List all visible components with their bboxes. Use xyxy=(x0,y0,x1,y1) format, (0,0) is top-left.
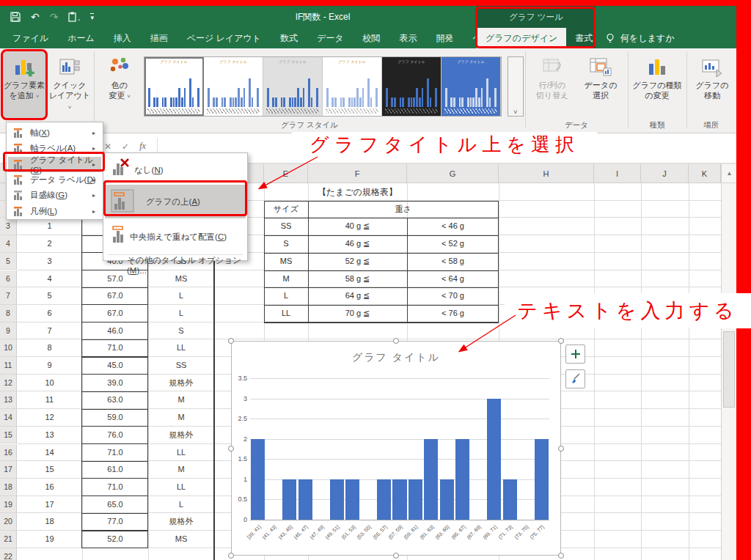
selection-handle[interactable] xyxy=(393,553,399,559)
move-chart-button[interactable]: グラフの 移動 xyxy=(691,51,733,118)
row-header-20[interactable]: 20 xyxy=(0,513,17,531)
menu-item-C[interactable]: グラフ タイトル(C)▸ xyxy=(8,157,101,172)
ribbon-tab[interactable]: ファイル xyxy=(3,28,58,48)
cell-C20[interactable]: 規格外 xyxy=(148,513,214,531)
selection-handle[interactable] xyxy=(393,338,399,344)
cell-C16[interactable]: LL xyxy=(148,444,214,462)
cell-C19[interactable]: L xyxy=(148,496,214,514)
cell-A11[interactable]: 9 xyxy=(17,357,82,375)
row-header-6[interactable]: 6 xyxy=(0,270,17,288)
cell-C9[interactable]: S xyxy=(148,323,214,340)
cell-A20[interactable]: 18 xyxy=(17,513,82,531)
cell-A6[interactable]: 4 xyxy=(17,270,82,288)
menu-item-X[interactable]: 軸(X)▸ xyxy=(8,125,101,141)
vertical-scrollbar[interactable]: ▲ xyxy=(721,164,736,560)
embedded-chart[interactable]: グラフ タイトル 00.511.522.533.5[39, 41](41, 43… xyxy=(231,341,561,556)
insert-function-icon[interactable]: fx xyxy=(139,141,146,152)
chart-style-thumbnail[interactable]: グラフ タイトル xyxy=(144,57,204,116)
row-header-8[interactable]: 8 xyxy=(0,305,17,323)
histogram-bar[interactable] xyxy=(282,479,296,520)
cell-C10[interactable]: LL xyxy=(148,339,214,357)
chart-style-thumbnail[interactable]: グラフ タイトル xyxy=(382,57,442,116)
menu-item-L[interactable]: 凡例(L)▸ xyxy=(8,204,101,219)
add-chart-element-button[interactable]: グラフ要素 を追加 ˅ xyxy=(2,51,46,118)
submenu-item-A[interactable]: グラフの上(A) xyxy=(105,185,246,218)
row-header-4[interactable]: 4 xyxy=(0,235,17,253)
submenu-item-N[interactable]: なし(N) xyxy=(105,157,246,183)
select-data-button[interactable]: データの 選択 xyxy=(578,51,623,118)
cell-A4[interactable]: 2 xyxy=(17,235,82,253)
change-chart-type-button[interactable]: グラフの種類 の変更 xyxy=(632,51,682,118)
cell-C12[interactable]: 規格外 xyxy=(148,375,214,392)
column-header-H[interactable]: H xyxy=(499,164,594,183)
qat-customize-icon[interactable]: ▾ xyxy=(90,13,94,21)
cell-A8[interactable]: 6 xyxy=(17,305,82,323)
cell-C13[interactable]: M xyxy=(148,391,214,409)
scroll-up-icon[interactable]: ▲ xyxy=(722,164,737,183)
cell-A5[interactable]: 3 xyxy=(17,253,82,270)
ribbon-tab[interactable]: 校閲 xyxy=(353,28,390,48)
row-header-22[interactable]: 22 xyxy=(0,548,17,560)
row-header-16[interactable]: 16 xyxy=(0,444,17,462)
column-header-J[interactable]: J xyxy=(641,164,689,183)
enter-icon[interactable]: ✓ xyxy=(122,141,129,152)
chart-styles-button[interactable] xyxy=(565,369,585,388)
histogram-bar[interactable] xyxy=(409,479,422,520)
cell-A7[interactable]: 5 xyxy=(17,287,82,305)
cell-A18[interactable]: 16 xyxy=(17,479,82,496)
selection-handle[interactable] xyxy=(558,446,564,452)
contextual-tab[interactable]: グラフのデザイン xyxy=(477,28,566,48)
histogram-bar[interactable] xyxy=(377,479,391,520)
row-header-21[interactable]: 21 xyxy=(0,531,17,548)
selection-handle[interactable] xyxy=(228,446,234,452)
histogram-bar[interactable] xyxy=(535,439,549,520)
paste-icon[interactable]: ⌄ xyxy=(68,12,80,22)
cell-C15[interactable]: 規格外 xyxy=(148,427,214,444)
histogram-bar[interactable] xyxy=(440,479,454,520)
cell-A13[interactable]: 11 xyxy=(17,391,82,409)
menu-item-D[interactable]: データ ラベル(D)▸ xyxy=(8,172,101,188)
selection-handle[interactable] xyxy=(228,338,234,344)
cell-A3[interactable]: 1 xyxy=(17,218,82,235)
histogram-bar[interactable] xyxy=(424,439,438,520)
row-header-17[interactable]: 17 xyxy=(0,461,17,479)
column-header-G[interactable]: G xyxy=(407,164,499,183)
cell-C7[interactable]: L xyxy=(148,287,214,305)
cell-A16[interactable]: 14 xyxy=(17,444,82,462)
submenu-item-M[interactable]: その他のタイトル オプション(M)... xyxy=(105,257,246,273)
row-header-12[interactable]: 12 xyxy=(0,375,17,392)
contextual-tab[interactable]: 書式 xyxy=(566,28,601,48)
cell-C18[interactable]: LL xyxy=(148,479,214,496)
selection-handle[interactable] xyxy=(228,553,234,559)
chart-style-thumbnail[interactable]: グラフ タイトル xyxy=(204,57,263,116)
selection-handle[interactable] xyxy=(558,553,564,559)
cell-A14[interactable]: 12 xyxy=(17,409,82,427)
quick-layout-button[interactable]: クイック レイアウト ˅ xyxy=(48,51,92,118)
histogram-bar[interactable] xyxy=(455,439,469,520)
tell-me-box[interactable]: 何をしますか xyxy=(604,28,674,48)
cell-C8[interactable]: L xyxy=(148,305,214,323)
histogram-bar[interactable] xyxy=(345,479,359,520)
cancel-icon[interactable]: ✕ xyxy=(104,141,111,152)
chart-elements-button[interactable] xyxy=(565,345,585,364)
column-header-K[interactable]: K xyxy=(689,164,721,183)
row-header-14[interactable]: 14 xyxy=(0,409,17,427)
change-colors-button[interactable]: 色の 変更 ˅ xyxy=(98,51,141,118)
chart-style-thumbnail[interactable]: グラフ タイトル xyxy=(442,57,501,116)
ribbon-tab[interactable]: ページ レイアウト xyxy=(177,28,271,48)
row-header-10[interactable]: 10 xyxy=(0,339,17,357)
ribbon-tab[interactable]: 表示 xyxy=(390,28,427,48)
histogram-bar[interactable] xyxy=(330,479,344,520)
histogram-bar[interactable] xyxy=(487,399,501,520)
row-header-15[interactable]: 15 xyxy=(0,427,17,444)
histogram-bar[interactable] xyxy=(503,479,517,520)
row-header-18[interactable]: 18 xyxy=(0,479,17,496)
chart-title[interactable]: グラフ タイトル xyxy=(232,351,560,364)
cell-A17[interactable]: 15 xyxy=(17,461,82,479)
row-header-3[interactable]: 3 xyxy=(0,218,17,235)
gallery-more-button[interactable]: ˅ xyxy=(508,56,524,117)
cell-A10[interactable]: 8 xyxy=(17,339,82,357)
histogram-bar[interactable] xyxy=(392,479,406,520)
ribbon-tab[interactable]: 数式 xyxy=(271,28,307,48)
selection-handle[interactable] xyxy=(558,338,564,344)
